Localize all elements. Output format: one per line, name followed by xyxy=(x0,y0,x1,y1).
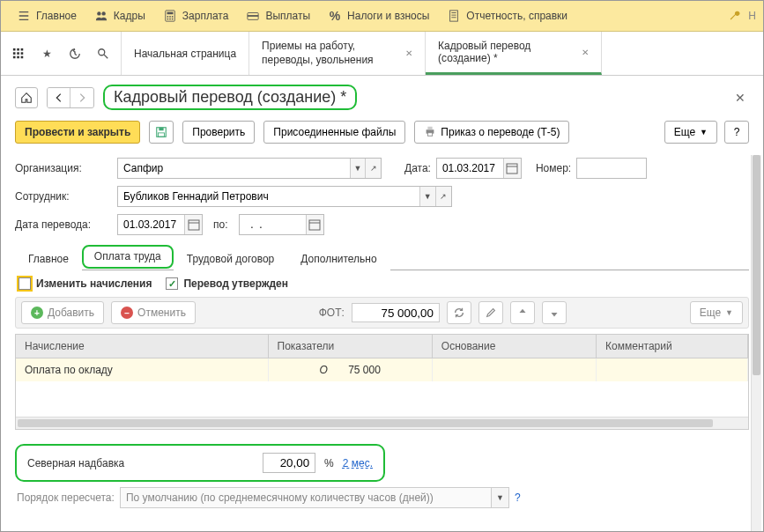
employee-field[interactable]: ▼ ↗ xyxy=(117,186,452,207)
post-and-close-button[interactable]: Провести и закрыть xyxy=(15,121,140,144)
grid-header: Начисление Показатели Основание Коммента… xyxy=(16,335,748,358)
nav-hr[interactable]: Кадры xyxy=(85,1,154,31)
chevron-down-icon: ▼ xyxy=(725,308,733,317)
search-icon[interactable] xyxy=(93,43,114,64)
edit-button[interactable] xyxy=(478,301,503,324)
add-button[interactable]: + Добавить xyxy=(21,301,104,324)
svg-rect-15 xyxy=(21,48,24,50)
print-label: Приказ о переводе (Т-5) xyxy=(441,126,560,138)
col-indicators[interactable]: Показатели xyxy=(269,335,433,358)
plus-icon: + xyxy=(31,307,43,319)
more-button[interactable]: Еще ▼ xyxy=(664,121,717,144)
svg-rect-20 xyxy=(17,55,19,58)
svg-point-6 xyxy=(172,16,174,18)
tab-start-page[interactable]: Начальная страница xyxy=(122,32,249,75)
transfer-approved-check[interactable]: Перевод утвержден xyxy=(166,277,287,290)
calendar-icon[interactable] xyxy=(306,215,323,234)
tab-transfer[interactable]: Кадровый перевод (создание) * ✕ xyxy=(426,32,602,75)
subtab-main[interactable]: Главное xyxy=(15,247,82,270)
north-value-input[interactable] xyxy=(263,453,315,473)
table-row[interactable]: Оплата по окладу О 75 000 xyxy=(16,358,748,381)
employee-input[interactable] xyxy=(118,187,419,206)
check-button[interactable]: Проверить xyxy=(182,121,255,144)
north-label: Северная надбавка xyxy=(27,457,254,469)
to-date-field[interactable] xyxy=(239,214,324,235)
org-input[interactable] xyxy=(118,159,350,178)
more-button[interactable]: Еще ▼ xyxy=(690,301,743,324)
wrench-icon[interactable] xyxy=(727,9,741,23)
subtab-payment[interactable]: Оплата труда xyxy=(82,245,174,269)
apps-icon[interactable] xyxy=(8,43,29,64)
org-field[interactable]: ▼ ↗ xyxy=(117,158,382,179)
calendar-icon[interactable] xyxy=(503,159,521,178)
back-button[interactable] xyxy=(48,88,70,107)
fot-label: ФОТ: xyxy=(319,307,345,319)
order-input[interactable] xyxy=(121,488,491,507)
transfer-date-field[interactable] xyxy=(117,214,203,235)
svg-rect-11 xyxy=(248,15,258,17)
col-comment[interactable]: Комментарий xyxy=(597,335,748,358)
tabbar-tools: ★ xyxy=(1,32,122,75)
refresh-button[interactable] xyxy=(447,301,471,324)
tab-bar: ★ Начальная страница Приемы на работу, п… xyxy=(1,32,763,76)
subtab-contract[interactable]: Трудовой договор xyxy=(174,247,287,270)
open-button[interactable]: ↗ xyxy=(435,187,451,206)
nav-menu[interactable]: Главное xyxy=(8,1,85,31)
forward-button[interactable] xyxy=(70,88,93,107)
wallet-icon xyxy=(246,9,260,23)
move-down-button[interactable] xyxy=(542,301,567,324)
percent-sign: % xyxy=(324,457,334,469)
date-input[interactable] xyxy=(437,159,503,178)
print-order-button[interactable]: Приказ о переводе (Т-5) xyxy=(414,121,569,144)
history-icon[interactable] xyxy=(64,43,85,64)
nav-label: Налоги и взносы xyxy=(347,10,429,22)
calendar-icon[interactable] xyxy=(184,215,202,234)
attachments-button[interactable]: Присоединенные файлы xyxy=(263,121,405,144)
nav-salary[interactable]: Зарплата xyxy=(154,1,238,31)
grid-h-scrollbar[interactable] xyxy=(16,417,748,429)
cell-indicators: О 75 000 xyxy=(269,358,433,381)
svg-rect-21 xyxy=(21,55,24,58)
date-field[interactable] xyxy=(436,158,522,179)
fot-input[interactable] xyxy=(352,303,440,322)
cancel-button[interactable]: − Отменить xyxy=(111,301,196,324)
home-button[interactable] xyxy=(15,87,38,108)
order-label: Порядок пересчета: xyxy=(17,491,115,504)
move-up-button[interactable] xyxy=(510,301,535,324)
help-link[interactable]: ? xyxy=(515,491,521,504)
number-input[interactable] xyxy=(577,159,646,178)
col-basis[interactable]: Основание xyxy=(433,335,597,358)
number-label: Номер: xyxy=(536,162,571,174)
open-button[interactable]: ↗ xyxy=(365,159,381,178)
checkbox-icon[interactable] xyxy=(19,277,31,290)
tab-hires[interactable]: Приемы на работу, переводы, увольнения ✕ xyxy=(249,32,426,75)
page-header: Кадровый перевод (создание) * ✕ xyxy=(1,76,763,115)
to-date-input[interactable] xyxy=(240,215,306,234)
nav-reports[interactable]: Отчетность, справки xyxy=(438,1,576,31)
dropdown-button[interactable]: ▼ xyxy=(419,187,435,206)
order-field[interactable]: ▼ xyxy=(120,487,509,508)
save-button[interactable] xyxy=(149,121,174,144)
number-field[interactable] xyxy=(576,158,647,179)
checkbox-icon[interactable] xyxy=(166,277,178,290)
check-row: Изменить начисления Перевод утвержден xyxy=(15,270,749,297)
nav-taxes[interactable]: % Налоги и взносы xyxy=(319,1,438,31)
transfer-date-input[interactable] xyxy=(118,215,184,234)
chevron-down-icon: ▼ xyxy=(700,128,708,137)
dropdown-button[interactable]: ▼ xyxy=(491,488,508,507)
document-icon xyxy=(447,9,461,23)
close-page-icon[interactable]: ✕ xyxy=(731,87,749,108)
v-scrollbar[interactable] xyxy=(751,155,761,532)
dropdown-button[interactable]: ▼ xyxy=(350,159,366,178)
months-link[interactable]: 2 мес. xyxy=(343,457,373,469)
star-icon[interactable]: ★ xyxy=(36,43,57,64)
nav-payments[interactable]: Выплаты xyxy=(237,1,319,31)
col-accrual[interactable]: Начисление xyxy=(16,335,269,358)
close-icon[interactable]: ✕ xyxy=(582,48,589,57)
subtab-extra[interactable]: Дополнительно xyxy=(287,247,389,270)
close-icon[interactable]: ✕ xyxy=(405,48,412,58)
scrollbar-thumb[interactable] xyxy=(753,155,760,375)
check-label: Перевод утвержден xyxy=(183,277,287,290)
help-button[interactable]: ? xyxy=(724,121,749,144)
change-accruals-check[interactable]: Изменить начисления xyxy=(19,277,152,290)
